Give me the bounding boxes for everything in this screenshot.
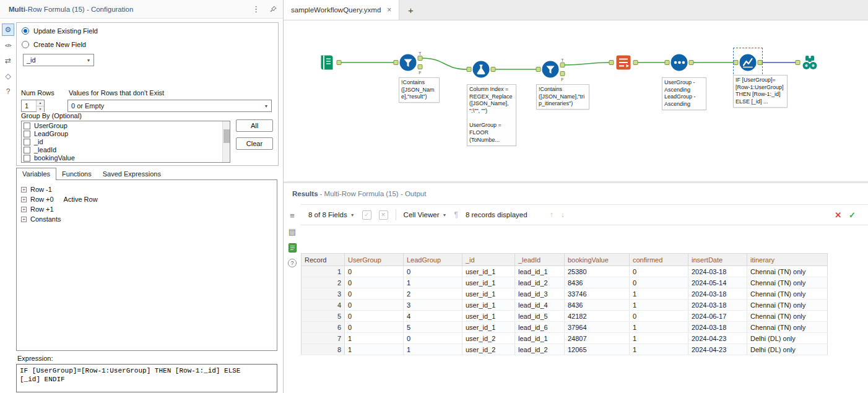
data-cell[interactable]: user_id_1 — [462, 300, 515, 311]
group-by-list[interactable]: UserGroupLeadGroup_id_leadIdbookingValue — [21, 121, 230, 163]
connection-anchor[interactable] — [491, 67, 495, 72]
record-number-cell[interactable]: 1 — [302, 266, 345, 277]
close-results-icon[interactable]: ✕ — [835, 210, 841, 220]
data-cell[interactable]: 1 — [630, 288, 688, 300]
scrollbar[interactable] — [222, 121, 230, 162]
pin-icon[interactable] — [270, 6, 277, 12]
data-cell[interactable]: Chennai (TN) only — [747, 266, 828, 277]
connections-icon[interactable]: ⇄ — [2, 54, 14, 67]
data-cell[interactable]: lead_id_3 — [515, 288, 565, 300]
data-cell[interactable]: 0 — [345, 322, 404, 333]
fields-dropdown[interactable]: 8 of 8 Fields ▼ — [308, 211, 355, 218]
data-cell[interactable]: 2024-06-17 — [688, 311, 747, 322]
crosstab-tool[interactable] — [614, 53, 633, 72]
record-number-cell[interactable]: 3 — [302, 288, 345, 300]
data-cell[interactable]: lead_id_4 — [515, 300, 565, 311]
help-icon[interactable]: ? — [288, 259, 297, 267]
down-arrow-icon[interactable]: ↓ — [561, 210, 565, 219]
data-cell[interactable]: 0 — [630, 311, 688, 322]
create-new-field-radio[interactable]: Create New Field — [22, 41, 86, 48]
checkbox-icon[interactable] — [24, 139, 30, 145]
data-cell[interactable]: 25380 — [565, 266, 630, 277]
data-cell[interactable]: Chennai (TN) only — [747, 277, 828, 288]
clear-button[interactable]: Clear — [236, 137, 273, 150]
data-cell[interactable]: lead_id_5 — [515, 311, 565, 322]
data-cell[interactable]: 8436 — [565, 300, 630, 311]
help-icon[interactable]: ? — [2, 85, 14, 98]
up-arrow-icon[interactable]: ↑ — [550, 210, 553, 219]
column-header-bookingvalue[interactable]: bookingValue — [565, 254, 630, 266]
new-tab-button[interactable]: + — [399, 0, 422, 20]
expand-icon[interactable]: + — [21, 217, 27, 222]
record-number-cell[interactable]: 4 — [302, 300, 345, 311]
data-cell[interactable]: user_id_1 — [462, 288, 515, 300]
clear-field-selection-icon[interactable]: ✕ — [379, 210, 388, 220]
data-cell[interactable]: 2024-03-18 — [688, 266, 747, 277]
filter-tool-contains-itineraries[interactable] — [540, 59, 560, 79]
column-header-confirmed[interactable]: confirmed — [630, 254, 688, 266]
data-cell[interactable]: 33746 — [565, 288, 630, 300]
multi-row-formula-tool-annotation[interactable]: IF [UserGroup]= [Row-1:UserGroup] THEN [… — [733, 75, 788, 108]
workflow-canvas[interactable]: TFTF !Contains ([JSON_Name],"result")Col… — [284, 20, 868, 181]
connection-anchor[interactable] — [337, 61, 341, 65]
num-rows-stepper[interactable]: 1 ▲▼ — [21, 100, 45, 112]
data-cell[interactable]: Delhi (DL) only — [747, 344, 828, 355]
expand-icon[interactable]: + — [21, 207, 27, 212]
data-cell[interactable]: 0 — [404, 266, 462, 277]
data-cell[interactable]: 8436 — [565, 277, 630, 288]
tab-saved-expressions[interactable]: Saved Expressions — [97, 168, 167, 180]
close-tab-icon[interactable]: × — [387, 6, 391, 14]
checkbox-icon[interactable] — [24, 155, 30, 162]
data-cell[interactable]: 0 — [630, 277, 688, 288]
formula-tool-annotation[interactable]: Column Index = REGEX_Replace ([JSON_Name… — [467, 84, 516, 146]
data-cell[interactable]: 1 — [630, 322, 688, 333]
connection-anchor[interactable] — [394, 61, 398, 65]
data-cell[interactable]: 37964 — [565, 322, 630, 333]
data-cell[interactable]: 2 — [404, 288, 462, 300]
data-cell[interactable]: 1 — [404, 277, 462, 288]
data-cell[interactable]: 12065 — [565, 344, 630, 355]
apply-field-selection-icon[interactable]: ✓ — [362, 210, 371, 220]
data-cell[interactable]: 0 — [345, 311, 404, 322]
data-profile-icon[interactable] — [287, 243, 297, 253]
connection-anchor[interactable] — [418, 56, 422, 61]
data-cell[interactable]: 2024-03-18 — [688, 322, 747, 333]
group-by-option-usergroup[interactable]: UserGroup — [22, 121, 230, 129]
sort-tool[interactable] — [669, 53, 689, 72]
data-cell[interactable]: Chennai (TN) only — [747, 300, 828, 311]
more-options-icon[interactable]: ⋮ — [252, 4, 260, 14]
data-cell[interactable]: 4 — [404, 311, 462, 322]
checkbox-icon[interactable] — [24, 123, 30, 129]
data-cell[interactable]: 2024-05-14 — [688, 277, 747, 288]
data-cell[interactable]: 1 — [630, 333, 688, 344]
sort-tool-annotation[interactable]: UserGroup - Ascending LeadGroup - Ascend… — [662, 77, 706, 110]
tree-item-constants[interactable]: +Constants — [21, 214, 277, 224]
group-by-option-leadid[interactable]: _leadId — [22, 145, 230, 153]
cell-viewer-dropdown[interactable]: Cell Viewer ▼ — [404, 211, 447, 218]
values-select[interactable]: 0 or Empty ▼ — [67, 100, 272, 112]
browse-tool[interactable] — [800, 53, 820, 72]
tab-functions[interactable]: Functions — [56, 168, 97, 180]
connection-anchor[interactable] — [467, 67, 471, 72]
data-cell[interactable]: 2024-03-18 — [688, 300, 747, 311]
connection-anchor[interactable] — [633, 61, 638, 65]
connection-wire[interactable] — [422, 58, 467, 69]
record-number-cell[interactable]: 2 — [302, 277, 345, 288]
column-header-insertdate[interactable]: insertDate — [688, 254, 747, 266]
data-cell[interactable]: 1 — [345, 344, 404, 355]
data-cell[interactable]: 3 — [404, 300, 462, 311]
column-header-usergroup[interactable]: UserGroup — [345, 254, 404, 266]
checkbox-icon[interactable] — [24, 131, 30, 137]
data-cell[interactable]: 2024-04-23 — [688, 344, 747, 355]
data-cell[interactable]: user_id_1 — [462, 266, 515, 277]
record-number-cell[interactable]: 5 — [302, 311, 345, 322]
connection-anchor[interactable] — [609, 61, 614, 65]
workflow-tab[interactable]: sampleWorkflowQuery.yxmd × — [284, 0, 399, 20]
filter-tool-contains-result-annotation[interactable]: !Contains ([JSON_Name],"result") — [399, 77, 440, 103]
data-cell[interactable]: user_id_2 — [462, 333, 515, 344]
connection-anchor[interactable] — [560, 63, 565, 67]
data-cell[interactable]: Chennai (TN) only — [747, 288, 828, 300]
tree-item-row-1[interactable]: +Row -1 — [21, 184, 277, 194]
record-number-cell[interactable]: 7 — [302, 333, 345, 344]
connection-wire[interactable] — [565, 63, 609, 65]
